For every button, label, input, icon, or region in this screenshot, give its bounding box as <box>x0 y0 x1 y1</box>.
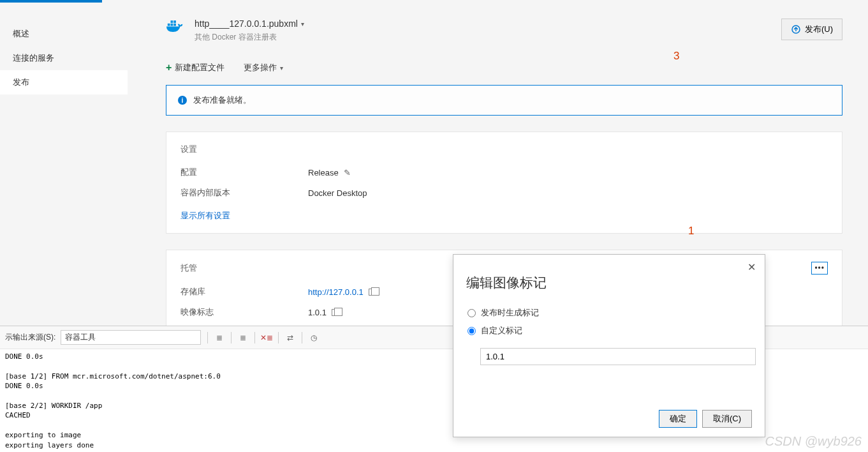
sidebar: 概述 连接的服务 发布 <box>0 3 128 326</box>
svg-rect-3 <box>171 20 173 23</box>
edit-icon[interactable]: ✎ <box>344 168 351 177</box>
sidebar-item-overview[interactable]: 概述 <box>0 22 128 46</box>
settings-card: 设置 配置 Release ✎ 容器内部版本 Docker Desktop 显示… <box>166 132 842 234</box>
copy-icon[interactable] <box>332 309 339 316</box>
new-profile-link[interactable]: + 新建配置文件 <box>166 62 224 73</box>
radio-generate-tag[interactable]: 发布时生成标记 <box>467 307 752 319</box>
setting-value-config: Release <box>308 168 339 177</box>
radio-custom-input[interactable] <box>467 327 476 335</box>
indent-right-icon[interactable]: ≣ <box>238 333 248 343</box>
annotation-1: 1 <box>688 225 694 237</box>
show-all-settings-link[interactable]: 显示所有设置 <box>180 210 230 222</box>
wrap-icon[interactable]: ⇄ <box>285 333 295 343</box>
setting-value-repo[interactable]: http://127.0.0.1 <box>308 287 364 297</box>
setting-value-tag: 1.0.1 <box>308 308 327 317</box>
hosting-title: 托管 <box>180 262 197 274</box>
svg-rect-2 <box>173 24 176 26</box>
info-icon: i <box>178 96 187 105</box>
more-actions-dropdown[interactable]: 更多操作 ▾ <box>244 62 283 73</box>
svg-rect-4 <box>173 20 176 23</box>
setting-value-container: Docker Desktop <box>308 188 367 198</box>
close-icon[interactable]: ✕ <box>747 261 756 273</box>
copy-icon[interactable] <box>369 289 376 296</box>
svg-rect-0 <box>168 24 170 26</box>
clock-icon[interactable]: ◷ <box>309 333 319 343</box>
settings-title: 设置 <box>180 144 828 155</box>
clear-icon[interactable]: ✕≣ <box>261 333 272 343</box>
setting-label-repo: 存储库 <box>180 286 308 298</box>
edit-image-tag-dialog: ✕ 编辑图像标记 发布时生成标记 自定义标记 确定 取消(C) <box>453 254 765 437</box>
profile-name-text: http____127.0.0.1.pubxml <box>195 19 298 29</box>
annotation-3: 3 <box>673 50 679 63</box>
docker-icon <box>166 19 185 34</box>
cancel-button[interactable]: 取消(C) <box>702 410 752 428</box>
radio-custom-tag[interactable]: 自定义标记 <box>467 325 752 336</box>
output-source-select[interactable]: 容器工具 <box>61 330 201 345</box>
hosting-more-button[interactable]: ••• <box>811 262 828 275</box>
dialog-title: 编辑图像标记 <box>466 274 752 292</box>
status-message: 发布准备就绪。 <box>193 94 251 106</box>
plus-icon: + <box>166 62 172 73</box>
setting-label-tag: 映像标志 <box>180 306 308 318</box>
sidebar-item-publish[interactable]: 发布 <box>0 70 128 94</box>
chevron-down-icon: ▾ <box>280 64 283 72</box>
publish-icon <box>791 24 801 34</box>
indent-left-icon[interactable]: ≣ <box>214 333 224 343</box>
radio-generate-input[interactable] <box>467 309 476 317</box>
profile-subtitle: 其他 Docker 容器注册表 <box>195 32 304 43</box>
sidebar-item-connected-services[interactable]: 连接的服务 <box>0 46 128 70</box>
output-source-label: 示输出来源(S): <box>5 332 55 343</box>
custom-tag-input[interactable] <box>480 348 756 365</box>
chevron-down-icon: ▾ <box>301 20 304 27</box>
profile-dropdown[interactable]: http____127.0.0.1.pubxml ▾ <box>195 19 304 29</box>
ok-button[interactable]: 确定 <box>659 410 697 428</box>
setting-label-config: 配置 <box>180 167 308 178</box>
svg-rect-1 <box>171 24 173 26</box>
status-banner: i 发布准备就绪。 <box>166 85 842 116</box>
publish-button[interactable]: 发布(U) <box>781 19 842 40</box>
setting-label-container: 容器内部版本 <box>180 187 308 199</box>
